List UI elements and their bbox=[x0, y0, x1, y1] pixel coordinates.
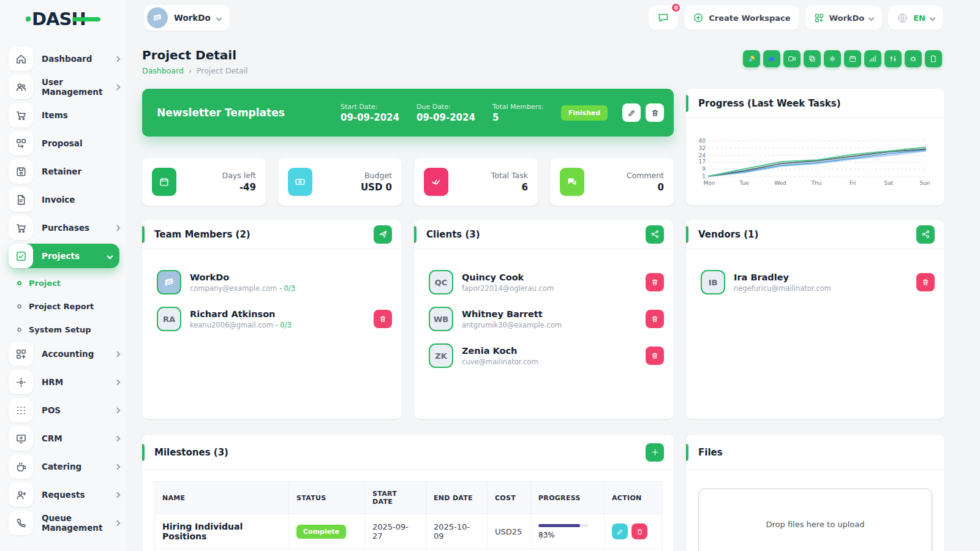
stat-days-left: Days left-49 bbox=[142, 158, 266, 206]
sidebar-item-queue-management[interactable]: Queue Management bbox=[9, 511, 119, 535]
cart-icon bbox=[15, 222, 27, 234]
workspace-avatar bbox=[147, 7, 168, 28]
svg-text:32: 32 bbox=[699, 145, 706, 151]
card-title: Milestones (3) bbox=[154, 447, 646, 458]
sidebar-item-pos[interactable]: POS bbox=[9, 398, 119, 422]
milestone-row: Hiring Individual Positions Complete 202… bbox=[155, 514, 662, 549]
delete-milestone-button[interactable] bbox=[631, 523, 647, 539]
share-vendors-button[interactable] bbox=[916, 225, 935, 244]
start-date: Start Date:09-09-2024 bbox=[341, 103, 399, 123]
remove-client-button[interactable] bbox=[646, 347, 664, 365]
sidebar-item-catering[interactable]: Catering bbox=[9, 454, 119, 479]
sidebar-item-requests[interactable]: Requests bbox=[9, 482, 119, 507]
bug-button[interactable] bbox=[905, 50, 922, 67]
svg-text:Sat: Sat bbox=[884, 180, 894, 186]
settings-gear-button[interactable] bbox=[824, 50, 841, 67]
messages-button[interactable]: 0 bbox=[649, 6, 678, 30]
file-dropzone[interactable]: Drop files here to upload bbox=[698, 489, 932, 551]
edit-milestone-button[interactable] bbox=[612, 523, 628, 539]
remove-member-button[interactable] bbox=[374, 310, 392, 328]
share-clients-button[interactable] bbox=[646, 225, 664, 244]
stat-budget: BudgetUSD 0 bbox=[278, 158, 402, 206]
project-banner: Newsletter Templates Start Date:09-09-20… bbox=[142, 89, 674, 137]
sidebar-item-accounting[interactable]: Accounting bbox=[9, 342, 119, 366]
sidebar-item-items[interactable]: Items bbox=[9, 103, 119, 127]
sidebar: Dashboard User Management Items Proposal… bbox=[0, 0, 127, 551]
svg-text:17: 17 bbox=[699, 159, 706, 165]
proposal-icon bbox=[15, 138, 27, 149]
grid-plus-icon bbox=[15, 348, 27, 360]
remove-vendor-button[interactable] bbox=[916, 273, 935, 291]
google-drive-button[interactable] bbox=[743, 50, 760, 67]
chevron-right-icon bbox=[115, 225, 121, 231]
chevron-right-icon bbox=[115, 379, 121, 385]
coffee-cup-icon bbox=[15, 461, 27, 473]
sidebar-item-projects[interactable]: Projects bbox=[9, 244, 119, 268]
svg-text:40: 40 bbox=[699, 138, 706, 144]
svg-text:9: 9 bbox=[702, 166, 706, 172]
building-icon bbox=[152, 12, 163, 23]
workspace-selector[interactable]: WorkDo bbox=[144, 5, 230, 31]
col-cost: COST bbox=[488, 482, 531, 514]
avatar: IB bbox=[701, 270, 725, 294]
calendar-icon bbox=[159, 176, 170, 187]
col-name: NAME bbox=[155, 482, 289, 514]
notification-badge: 0 bbox=[671, 2, 681, 13]
chevron-right-icon bbox=[115, 492, 121, 498]
sidebar-item-dashboard[interactable]: Dashboard bbox=[9, 47, 119, 71]
stat-comment: Comment0 bbox=[550, 158, 674, 206]
col-status: STATUS bbox=[289, 482, 365, 514]
delete-project-button[interactable] bbox=[646, 103, 664, 122]
app-logo[interactable]: DASH bbox=[32, 9, 86, 29]
breadcrumb-separator: › bbox=[189, 66, 192, 75]
avatar: RA bbox=[157, 307, 181, 331]
sidebar-item-proposal[interactable]: Proposal bbox=[9, 131, 119, 156]
svg-text:Thu: Thu bbox=[811, 180, 822, 186]
sidebar-subitem-system-setup[interactable]: System Setup bbox=[17, 318, 119, 340]
language-selector[interactable]: EN bbox=[888, 6, 943, 30]
invite-member-button[interactable] bbox=[374, 225, 392, 244]
sidebar-item-crm[interactable]: CRM bbox=[9, 426, 119, 451]
double-check-icon bbox=[431, 176, 442, 187]
sidebar-item-retainer[interactable]: Retainer bbox=[9, 159, 119, 184]
remove-client-button[interactable] bbox=[646, 310, 664, 328]
document-button[interactable] bbox=[925, 50, 942, 67]
chevron-right-icon bbox=[115, 407, 121, 413]
bar-chart-button[interactable] bbox=[864, 50, 881, 67]
sidebar-item-user-management[interactable]: User Management bbox=[9, 75, 119, 99]
edit-project-button[interactable] bbox=[622, 103, 641, 122]
remove-client-button[interactable] bbox=[646, 273, 664, 291]
onedrive-button[interactable] bbox=[763, 50, 780, 67]
status-badge: Complete bbox=[296, 525, 346, 539]
breadcrumb-dashboard-link[interactable]: Dashboard bbox=[142, 66, 184, 75]
due-date: Due Date:09-09-2024 bbox=[417, 103, 475, 123]
sliders-button[interactable] bbox=[884, 50, 902, 67]
create-workspace-button[interactable]: Create Workspace bbox=[684, 6, 799, 30]
plus-circle-icon bbox=[693, 12, 704, 23]
avatar: ZK bbox=[429, 343, 453, 368]
meeting-video-button[interactable] bbox=[783, 50, 801, 67]
col-action: ACTION bbox=[605, 482, 662, 514]
monitor-plus-icon bbox=[15, 433, 27, 444]
copy-button[interactable] bbox=[804, 50, 821, 67]
svg-text:Wed: Wed bbox=[774, 180, 786, 186]
chat-bubbles-icon bbox=[567, 176, 578, 187]
sidebar-item-invoice[interactable]: Invoice bbox=[9, 187, 119, 212]
add-milestone-button[interactable] bbox=[646, 443, 664, 462]
vendor-row: IB Ira Bradleynegefuricu@mailinator.com bbox=[686, 264, 944, 301]
grid-plus-icon bbox=[814, 13, 824, 23]
sidebar-item-hrm[interactable]: HRM bbox=[9, 370, 119, 394]
sidebar-item-purchases[interactable]: Purchases bbox=[9, 216, 119, 240]
status-badge: Finished bbox=[561, 105, 608, 121]
card-title: Progress (Last Week Tasks) bbox=[698, 98, 935, 109]
sidebar-subitem-project[interactable]: Project bbox=[17, 272, 119, 294]
globe-icon bbox=[897, 12, 908, 24]
workspace-menu[interactable]: WorkDo bbox=[805, 6, 883, 30]
calendar-button[interactable] bbox=[844, 50, 861, 67]
client-row: ZK Zenia Kochcuve@mailinator.com bbox=[414, 337, 674, 374]
invoice-file-icon bbox=[15, 194, 27, 206]
chat-icon bbox=[657, 12, 669, 24]
quick-actions-toolbar bbox=[743, 50, 942, 67]
sidebar-subitem-project-report[interactable]: Project Report bbox=[17, 295, 119, 317]
team-members-card: Team Members (2) WorkDo company@example.… bbox=[142, 220, 402, 419]
